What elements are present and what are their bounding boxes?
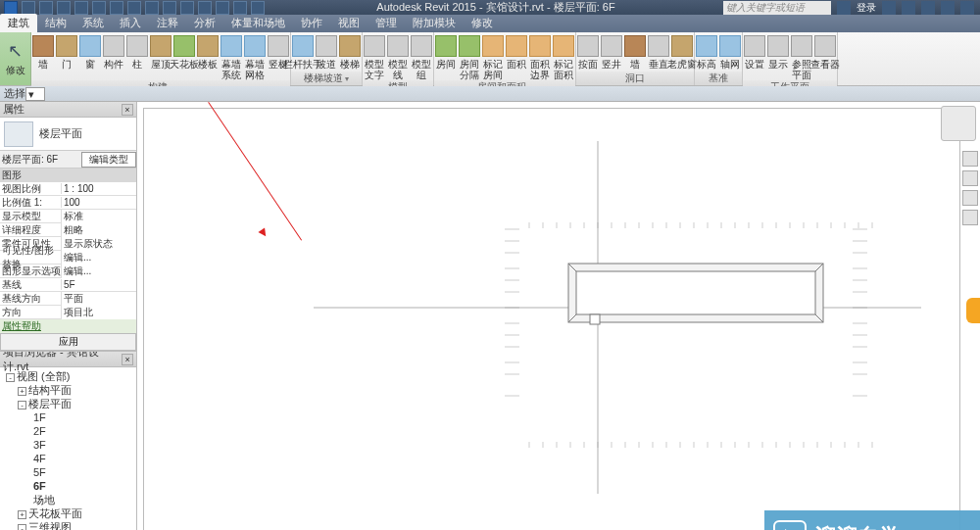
zoom-icon[interactable]: [962, 210, 978, 225]
qat-3d-icon[interactable]: [163, 1, 176, 15]
ribbon-btn[interactable]: 墙: [31, 35, 55, 70]
qat-save-icon[interactable]: [39, 1, 53, 15]
drawing-canvas[interactable]: 1 : 100 溜溜自学 zixue.3d66.com: [137, 102, 980, 530]
max-icon[interactable]: [941, 1, 955, 15]
prop-row[interactable]: 显示模型标准: [0, 210, 136, 223]
signin-label[interactable]: 登录: [857, 1, 876, 15]
tree-node[interactable]: 4F: [2, 452, 134, 465]
properties-close-icon[interactable]: ×: [122, 104, 133, 116]
exchange-icon[interactable]: [882, 1, 896, 15]
tree-node[interactable]: -三维视图: [2, 520, 134, 530]
min-icon[interactable]: [921, 1, 935, 15]
tab-massing[interactable]: 体量和场地: [223, 14, 293, 32]
tab-architecture[interactable]: 建筑: [0, 14, 37, 32]
qat-dim-icon[interactable]: [127, 1, 141, 15]
pan-icon[interactable]: [962, 190, 978, 206]
tree-node[interactable]: -楼层平面: [2, 397, 134, 410]
help-icon[interactable]: [902, 1, 915, 15]
app-menu-icon[interactable]: [4, 1, 18, 15]
qat-close-icon[interactable]: [251, 1, 265, 15]
view-cube[interactable]: [941, 106, 976, 141]
tree-toggle-icon[interactable]: -: [18, 401, 26, 410]
ribbon-btn[interactable]: 墙: [623, 35, 647, 70]
wheel-icon[interactable]: [962, 170, 978, 186]
ribbon-btn[interactable]: 楼梯: [338, 35, 362, 70]
tree-node[interactable]: 2F: [2, 424, 134, 438]
tree-node[interactable]: 3F: [2, 438, 134, 452]
modify-panel[interactable]: ↖ 修改: [0, 32, 31, 85]
qat-redo-icon[interactable]: [74, 1, 88, 15]
ribbon-btn[interactable]: 竖井: [600, 35, 623, 70]
home-icon[interactable]: [962, 151, 978, 167]
tree-node[interactable]: 6F: [2, 479, 134, 493]
tab-view[interactable]: 视图: [330, 14, 368, 32]
browser-close-icon[interactable]: ×: [122, 354, 133, 365]
tree-toggle-icon[interactable]: +: [18, 387, 26, 396]
help-search-input[interactable]: 键入关键字或短语: [723, 1, 831, 15]
ribbon-btn[interactable]: 房间分隔: [458, 35, 481, 80]
ribbon-btn[interactable]: 面积边界: [528, 35, 552, 80]
tree-node[interactable]: 场地: [2, 493, 134, 506]
ribbon-btn[interactable]: 楼板: [196, 35, 220, 70]
ribbon-btn[interactable]: 窗: [78, 35, 102, 70]
tree-node[interactable]: +结构平面: [2, 383, 134, 397]
ribbon-btn[interactable]: 查看器: [813, 35, 837, 70]
qat-print-icon[interactable]: [92, 1, 106, 15]
ribbon-btn[interactable]: 房间: [434, 35, 458, 70]
ribbon-btn[interactable]: 标高: [695, 35, 718, 70]
qat-switch-icon[interactable]: [233, 1, 247, 15]
qat-open-icon[interactable]: [22, 1, 35, 15]
tab-modify[interactable]: 修改: [464, 14, 501, 32]
ribbon-btn[interactable]: 柱: [125, 35, 149, 70]
qat-sync-icon[interactable]: [216, 1, 229, 15]
tree-toggle-icon[interactable]: -: [6, 373, 15, 382]
qat-sheet-icon[interactable]: [198, 1, 212, 15]
tree-node[interactable]: 1F: [2, 410, 134, 424]
prop-row[interactable]: 方向项目北: [0, 306, 136, 319]
ribbon-btn[interactable]: 标记房间: [481, 35, 505, 80]
prop-row[interactable]: 视图比例1 : 100: [0, 182, 136, 196]
ribbon-btn[interactable]: 显示: [766, 35, 790, 70]
ribbon-btn[interactable]: 设置: [743, 35, 766, 70]
infocenter-icon[interactable]: [837, 1, 851, 15]
tree-node[interactable]: 5F: [2, 465, 134, 479]
property-help-link[interactable]: 属性帮助: [0, 319, 136, 333]
prop-row[interactable]: 基线5F: [0, 278, 136, 292]
ribbon-btn[interactable]: 天花板: [172, 35, 196, 70]
ribbon-btn[interactable]: 按面: [576, 35, 600, 70]
tab-insert[interactable]: 插入: [112, 14, 149, 32]
ribbon-btn[interactable]: 模型线: [386, 35, 410, 80]
type-selector[interactable]: 楼层平面: [0, 118, 136, 151]
ribbon-btn[interactable]: 参照平面: [790, 35, 813, 80]
options-select[interactable]: ▾: [25, 87, 45, 101]
apply-button[interactable]: 应用: [0, 333, 136, 351]
prop-row[interactable]: 比例值 1:100: [0, 196, 136, 210]
tree-node[interactable]: +天花板平面: [2, 506, 134, 520]
qat-section-icon[interactable]: [180, 1, 194, 15]
prop-row[interactable]: 详细程度粗略: [0, 223, 136, 237]
tab-collaborate[interactable]: 协作: [293, 14, 330, 32]
prop-row[interactable]: 基线方向平面: [0, 292, 136, 306]
ribbon-btn[interactable]: 轴网: [718, 35, 742, 70]
tab-structure[interactable]: 结构: [37, 14, 74, 32]
prop-row[interactable]: 图形显示选项编辑...: [0, 265, 136, 278]
ribbon-btn[interactable]: 模型文字: [363, 35, 386, 80]
edit-type-button[interactable]: 编辑类型: [81, 152, 136, 168]
tab-addins[interactable]: 附加模块: [405, 14, 464, 32]
side-tab[interactable]: [966, 298, 980, 323]
ribbon-btn[interactable]: 坡道: [315, 35, 338, 70]
tab-manage[interactable]: 管理: [368, 14, 405, 32]
tab-analyze[interactable]: 分析: [186, 14, 223, 32]
tree-toggle-icon[interactable]: +: [18, 510, 26, 519]
ribbon-btn[interactable]: 幕墙网格: [243, 35, 267, 80]
ribbon-btn[interactable]: 模型组: [410, 35, 433, 80]
qat-text-icon[interactable]: [145, 1, 159, 15]
ribbon-btn[interactable]: 栏杆扶手: [291, 35, 315, 70]
ribbon-btn[interactable]: 门: [55, 35, 78, 70]
qat-measure-icon[interactable]: [110, 1, 123, 15]
tab-systems[interactable]: 系统: [74, 14, 112, 32]
ribbon-btn[interactable]: 标记面积: [552, 35, 575, 80]
ribbon-btn[interactable]: 幕墙系统: [220, 35, 243, 80]
prop-row[interactable]: 可见性/图形替换编辑...: [0, 251, 136, 265]
ribbon-btn[interactable]: 老虎窗: [670, 35, 694, 70]
